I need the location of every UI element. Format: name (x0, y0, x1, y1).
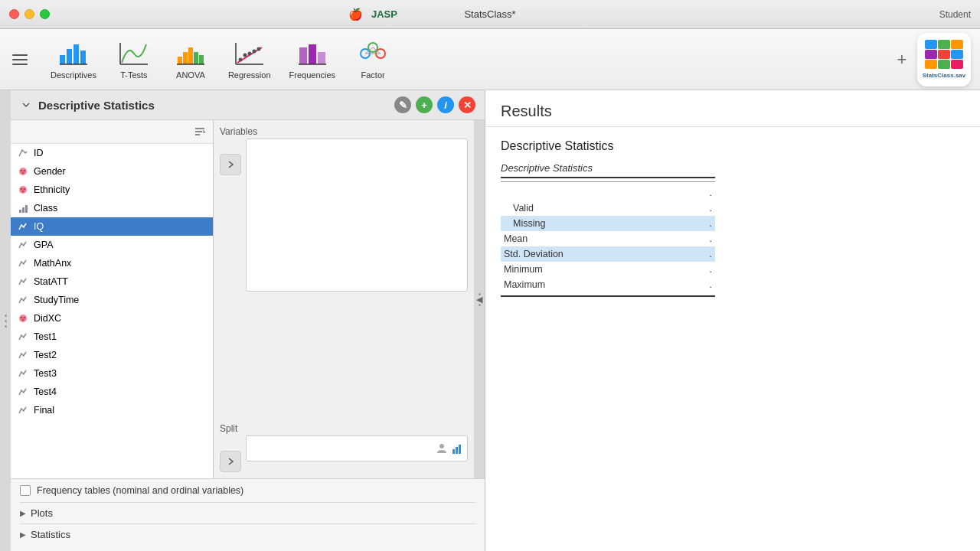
variables-list-header (11, 120, 213, 144)
analysis-collapse-button[interactable] (20, 99, 32, 111)
variable-item-id[interactable]: ID (11, 144, 213, 162)
variable-item-test3[interactable]: Test3 (11, 364, 213, 383)
sort-variables-button[interactable] (191, 123, 208, 140)
table-row-maximum: Maximum . (501, 277, 715, 292)
statistics-chevron-icon: ▶ (20, 530, 26, 539)
table-row-mean: Mean . (501, 231, 715, 246)
svg-point-14 (238, 57, 242, 61)
variable-item-test4[interactable]: Test4 (11, 383, 213, 401)
maximize-window-button[interactable] (40, 9, 50, 19)
empty-value: . (669, 187, 715, 198)
valid-label: Valid (501, 203, 669, 214)
minimize-window-button[interactable] (24, 9, 34, 19)
statistics-section-toggle[interactable]: ▶ Statistics (20, 523, 475, 545)
plots-section-toggle[interactable]: ▶ Plots (20, 502, 475, 523)
left-resize-handle[interactable] (0, 90, 11, 551)
add-analysis-button[interactable]: + (890, 47, 914, 72)
collapse-arrow-icon[interactable]: ◀ (476, 295, 482, 305)
svg-point-36 (24, 170, 26, 172)
chart-icon-small (450, 442, 464, 455)
svg-rect-8 (183, 52, 188, 64)
regression-icon (234, 40, 265, 67)
scale-icon-mathanx (17, 257, 29, 269)
left-panel: Descriptive Statistics ✎ + i ✕ (11, 90, 485, 551)
variable-item-statatt[interactable]: StatATT (11, 272, 213, 291)
close-icon: ✕ (463, 99, 472, 111)
hamburger-icon (12, 64, 28, 65)
split-config-section: Split (220, 423, 468, 472)
analysis-body: ID Gender (11, 120, 485, 478)
svg-point-40 (24, 188, 26, 191)
toolbar-item-anova[interactable]: ANOVA (164, 35, 217, 84)
add-output-button[interactable]: + (416, 96, 433, 113)
toolbar-item-ttests[interactable]: T-Tests (107, 35, 161, 84)
scale-icon-test1 (17, 331, 29, 343)
variable-item-final[interactable]: Final (11, 401, 213, 419)
toolbar: Descriptives T-Tests ANOVA (0, 29, 980, 90)
analysis-header: Descriptive Statistics ✎ + i ✕ (11, 90, 485, 120)
svg-rect-44 (25, 205, 28, 213)
freq-tables-checkbox[interactable] (20, 485, 31, 496)
variable-item-iq[interactable]: IQ (11, 217, 213, 236)
handle-dots (5, 315, 7, 328)
std-dev-label: Std. Deviation (501, 249, 669, 259)
variable-label-test4: Test4 (34, 386, 57, 397)
valid-value: . (669, 203, 715, 214)
main-layout: Descriptive Statistics ✎ + i ✕ (0, 90, 980, 551)
variables-drop-area[interactable] (246, 139, 468, 292)
variable-item-gpa[interactable]: GPA (11, 236, 213, 254)
svg-rect-1 (67, 49, 72, 64)
toolbar-item-frequencies[interactable]: Frequencies (282, 35, 344, 84)
nominal-icon (17, 165, 29, 178)
svg-rect-9 (188, 47, 193, 64)
scale-icon-test3 (17, 367, 29, 380)
table-row-empty: . (501, 185, 715, 201)
statsclass-app-icon[interactable]: StatsClass.sav (917, 33, 971, 86)
svg-point-18 (256, 47, 260, 51)
descriptives-icon (58, 40, 89, 67)
variable-label-test3: Test3 (34, 368, 57, 379)
close-analysis-button[interactable]: ✕ (459, 96, 475, 113)
close-window-button[interactable] (9, 9, 19, 19)
minimum-value: . (669, 264, 715, 275)
variable-label-final: Final (34, 405, 54, 416)
results-section-title: Descriptive Statistics (501, 139, 965, 153)
options-section: Frequency tables (nominal and ordinal va… (11, 478, 485, 551)
split-config-row (220, 435, 468, 472)
svg-rect-21 (299, 47, 307, 64)
variable-label-iq: IQ (34, 221, 44, 232)
frequencies-label: Frequencies (289, 70, 336, 80)
variables-section-label: Variables (220, 126, 468, 137)
svg-point-49 (439, 444, 444, 448)
split-drop-area[interactable] (246, 435, 468, 461)
variable-item-mathanx[interactable]: MathAnx (11, 254, 213, 272)
move-to-split-button[interactable] (220, 451, 241, 472)
svg-point-16 (247, 51, 251, 55)
svg-rect-42 (19, 210, 21, 213)
center-resize-handle[interactable]: ◀ (474, 120, 485, 478)
table-row-missing: Missing . (501, 216, 715, 231)
variable-label-class: Class (34, 203, 57, 214)
variable-item-test2[interactable]: Test2 (11, 346, 213, 364)
missing-value: . (669, 218, 715, 229)
variable-item-didxc[interactable]: DidXC (11, 309, 213, 328)
toolbar-item-descriptives[interactable]: Descriptives (43, 35, 104, 84)
variable-item-ethnicity[interactable]: Ethnicity (11, 181, 213, 199)
info-button[interactable]: i (437, 96, 454, 113)
svg-rect-2 (74, 44, 79, 64)
menu-button[interactable] (6, 46, 34, 73)
move-to-variables-button[interactable] (220, 154, 241, 175)
toolbar-item-factor[interactable]: Factor (346, 35, 400, 84)
descriptive-stats-table: Descriptive Statistics . Valid . Missing… (501, 162, 715, 297)
svg-point-41 (22, 191, 24, 193)
variable-item-class[interactable]: Class (11, 199, 213, 217)
edit-analysis-button[interactable]: ✎ (394, 96, 411, 113)
variable-item-studytime[interactable]: StudyTime (11, 291, 213, 309)
results-header: Results (485, 90, 980, 127)
maximum-value: . (669, 279, 715, 290)
nominal-icon-didxc (17, 312, 29, 324)
titlebar: 🍎 JASP StatsClass* Student (0, 0, 980, 29)
variable-item-test1[interactable]: Test1 (11, 328, 213, 346)
variable-item-gender[interactable]: Gender (11, 162, 213, 181)
toolbar-item-regression[interactable]: Regression (220, 35, 279, 84)
